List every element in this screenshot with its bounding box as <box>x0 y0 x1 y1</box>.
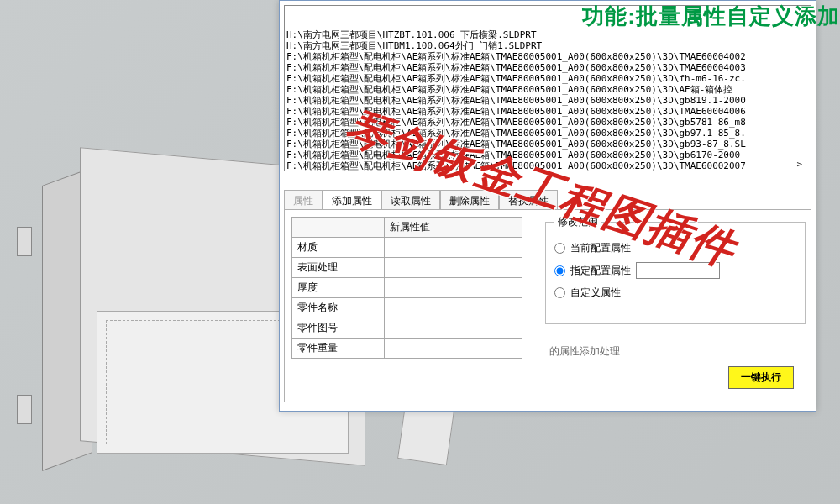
file-list-row[interactable]: H:\南方电网三都项目\HTBM1.100.064外门 门销1.SLDPRT <box>286 40 809 51</box>
tab-read-property[interactable]: 读取属性 <box>381 190 440 210</box>
property-name-cell: 厚度 <box>292 278 385 298</box>
radio-specified-input[interactable] <box>554 265 565 276</box>
property-value-cell[interactable] <box>385 238 522 258</box>
tab-replace-property[interactable]: 替换属性 <box>499 190 558 210</box>
property-value-cell[interactable] <box>385 339 522 359</box>
scroll-right-indicator: > <box>796 159 802 170</box>
feature-title-overlay: 功能:批量属性自定义添加 <box>582 2 840 31</box>
property-name-cell: 零件图号 <box>292 318 385 339</box>
property-name-cell: 表面处理 <box>292 258 385 278</box>
radio-custom-input[interactable] <box>554 287 565 298</box>
file-list-row[interactable]: F:\机箱机柜箱型\配电机柜\AE箱系列\标准AE箱\TMAE80005001_… <box>286 95 809 106</box>
property-name-cell: 零件重量 <box>292 339 385 359</box>
file-list-row[interactable]: F:\机箱机柜箱型\配电机柜\AE箱系列\标准AE箱\TMAE80005001_… <box>286 73 809 84</box>
modify-scope-group: 修改范围 当前配置属性 指定配置属性 自定义属性 <box>545 215 806 324</box>
batch-property-dialog: H:\南方电网三都项目\HTZBT.101.006 下后横梁.SLDPRTH:\… <box>279 0 816 412</box>
file-list-row[interactable]: F:\机箱机柜箱型\配电机柜\AE箱系列\标准AE箱\TMAE80005001_… <box>286 51 809 62</box>
table-row[interactable]: 材质 <box>292 238 522 258</box>
property-tabstrip: 属性 添加属性 读取属性 删除属性 替换属性 <box>284 190 811 210</box>
table-row[interactable]: 零件名称 <box>292 298 522 318</box>
tab-add-property[interactable]: 添加属性 <box>323 190 381 210</box>
property-value-cell[interactable] <box>385 258 522 278</box>
radio-current-input[interactable] <box>554 243 565 254</box>
table-row[interactable]: 零件重量 <box>292 339 522 359</box>
radio-specified-label: 指定配置属性 <box>570 264 631 278</box>
file-list-row[interactable]: F:\机箱机柜箱型\配电机柜\AE箱系列\标准AE箱\TMAE80005001_… <box>286 106 809 117</box>
scope-legend: 修改范围 <box>554 215 601 229</box>
file-list-row[interactable]: F:\机箱机柜箱型\配电机柜\AE箱系列\标准AE箱\TMAE80005001_… <box>286 128 809 139</box>
execute-button[interactable]: 一键执行 <box>728 366 794 389</box>
radio-current-config[interactable]: 当前配置属性 <box>554 241 796 255</box>
file-list-row[interactable]: F:\机箱机柜箱型\配电机柜\AE箱系列\标准AE箱\TMAE80005001_… <box>286 160 809 171</box>
radio-current-label: 当前配置属性 <box>570 241 631 255</box>
radio-specified-config[interactable]: 指定配置属性 <box>554 262 796 279</box>
col-new-value: 新属性值 <box>385 218 522 238</box>
file-list-row[interactable]: F:\机箱机柜箱型\配电机柜\AE箱系列\标准AE箱\TMAE80005001_… <box>286 62 809 73</box>
radio-custom-label: 自定义属性 <box>570 286 621 300</box>
processing-hint: 的属性添加处理 <box>549 344 620 359</box>
table-row[interactable]: 厚度 <box>292 278 522 298</box>
tab-partial[interactable]: 属性 <box>284 190 323 210</box>
table-row[interactable]: 表面处理 <box>292 258 522 278</box>
tab-page-add: 新属性值 材质表面处理厚度零件名称零件图号零件重量 修改范围 当前配置属性 指定… <box>284 209 811 402</box>
table-row[interactable]: 零件图号 <box>292 318 522 339</box>
specified-config-field[interactable] <box>636 262 720 279</box>
property-value-cell[interactable] <box>385 318 522 339</box>
file-list-row[interactable]: F:\机箱机柜箱型\配电机柜\AE箱系列\标准AE箱\TMAE80005001_… <box>286 139 809 150</box>
file-list-row[interactable]: F:\机箱机柜箱型\配电机柜\AE箱系列\标准AE箱\TMAE80005001_… <box>286 117 809 128</box>
tab-delete-property[interactable]: 删除属性 <box>440 190 499 210</box>
property-value-cell[interactable] <box>385 298 522 318</box>
property-name-cell: 材质 <box>292 238 385 258</box>
file-list-row[interactable]: F:\机箱机柜箱型\配电机柜\AE箱系列\标准AE箱\TMAE80005001_… <box>286 84 809 95</box>
file-list-row[interactable]: F:\机箱机柜箱型\配电机柜\AE箱系列\标准AE箱\TMAE80005001_… <box>286 150 809 160</box>
radio-custom-property[interactable]: 自定义属性 <box>554 286 796 300</box>
property-name-cell: 零件名称 <box>292 298 385 318</box>
new-property-table[interactable]: 新属性值 材质表面处理厚度零件名称零件图号零件重量 <box>291 217 522 359</box>
property-value-cell[interactable] <box>385 278 522 298</box>
